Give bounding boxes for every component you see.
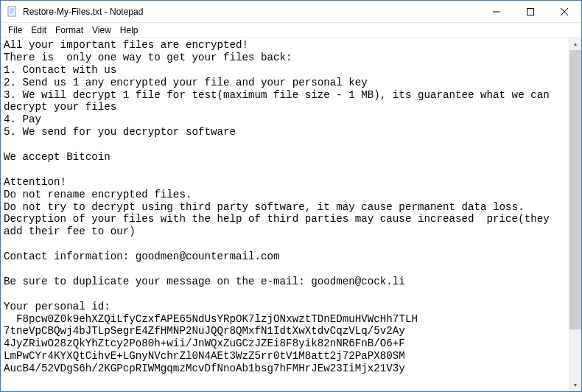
text-editor[interactable]: All your important files are encrypted! … bbox=[1, 38, 569, 391]
vertical-scrollbar[interactable]: ▴ ▾ bbox=[569, 38, 581, 391]
scroll-up-button[interactable]: ▴ bbox=[569, 38, 581, 50]
window-controls bbox=[480, 1, 581, 22]
scroll-thumb[interactable] bbox=[569, 50, 581, 329]
menu-file[interactable]: File bbox=[4, 24, 27, 36]
svg-rect-6 bbox=[527, 8, 534, 15]
menubar: File Edit Format View Help bbox=[1, 23, 581, 38]
notepad-icon bbox=[7, 6, 18, 18]
svg-rect-0 bbox=[8, 7, 15, 16]
chevron-up-icon: ▴ bbox=[574, 41, 577, 47]
chevron-down-icon: ▾ bbox=[574, 382, 577, 388]
maximize-button[interactable] bbox=[513, 1, 547, 22]
minimize-button[interactable] bbox=[480, 1, 513, 22]
content-area: All your important files are encrypted! … bbox=[1, 38, 581, 391]
menu-help[interactable]: Help bbox=[116, 24, 143, 36]
menu-view[interactable]: View bbox=[88, 24, 116, 36]
menu-edit[interactable]: Edit bbox=[27, 24, 51, 36]
scroll-track[interactable] bbox=[569, 50, 581, 379]
window-title: Restore-My-Files.txt - Notepad bbox=[23, 7, 480, 17]
titlebar: Restore-My-Files.txt - Notepad bbox=[1, 1, 581, 23]
close-button[interactable] bbox=[547, 1, 581, 22]
scroll-down-button[interactable]: ▾ bbox=[569, 379, 581, 391]
menu-format[interactable]: Format bbox=[51, 24, 88, 36]
